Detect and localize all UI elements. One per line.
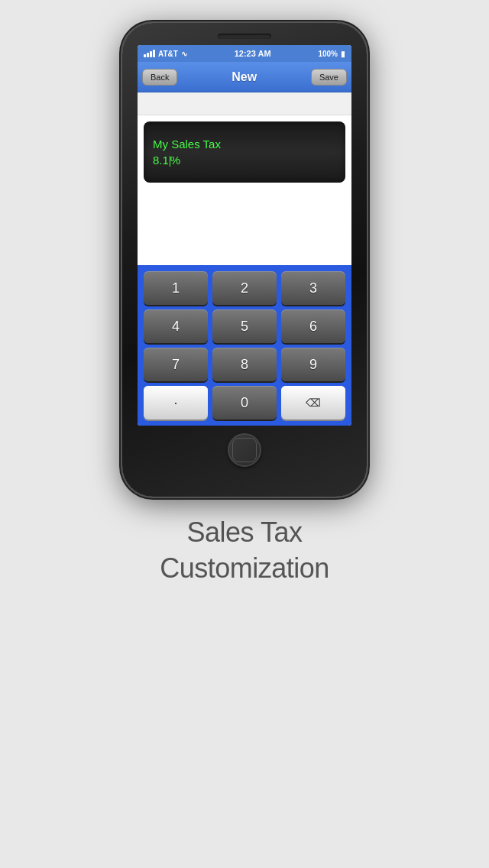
tax-name: My Sales Tax [153,138,336,151]
back-button[interactable]: Back [142,69,177,86]
key-3[interactable]: 3 [281,271,345,305]
white-gap [138,92,351,115]
save-button[interactable]: Save [311,69,347,86]
home-button[interactable] [228,433,261,467]
signal-bar-4 [153,50,155,57]
signal-bar-2 [147,53,149,57]
keypad-row-3: 7 8 9 [144,348,345,381]
key-1[interactable]: 1 [144,271,208,305]
status-right: 100% ▮ [318,50,345,58]
key-9[interactable]: 9 [281,348,345,381]
signal-bar-1 [144,54,146,57]
phone-screen: AT&T ∿ 12:23 AM 100% ▮ Back New Save My … [138,45,351,426]
keypad: 1 2 3 4 5 6 7 8 9 · 0 ⌫ [138,265,351,426]
phone-speaker [218,34,271,39]
battery-icon: ▮ [341,50,345,58]
white-area [138,189,351,265]
wifi-icon: ∿ [181,50,187,58]
tax-value: 8.1% [153,154,336,167]
keypad-row-4: · 0 ⌫ [144,386,345,419]
key-6[interactable]: 6 [281,309,345,343]
carrier-label: AT&T [158,50,178,58]
key-backspace[interactable]: ⌫ [281,386,345,419]
status-bar: AT&T ∿ 12:23 AM 100% ▮ [138,45,351,62]
phone-shell: AT&T ∿ 12:23 AM 100% ▮ Back New Save My … [122,23,367,497]
signal-bars [144,50,155,57]
status-left: AT&T ∿ [144,50,187,58]
key-0[interactable]: 0 [212,386,277,419]
battery-label: 100% [318,50,338,58]
keypad-row-1: 1 2 3 [144,271,345,305]
nav-title: New [232,70,257,84]
key-7[interactable]: 7 [144,348,208,381]
caption-line2: Customization [160,551,329,587]
key-dot[interactable]: · [144,386,208,419]
caption-line1: Sales Tax [160,515,329,551]
signal-bar-3 [150,51,152,57]
key-5[interactable]: 5 [212,309,277,343]
key-4[interactable]: 4 [144,309,208,343]
keypad-row-2: 4 5 6 [144,309,345,343]
display-panel: My Sales Tax 8.1% [144,121,345,183]
status-time: 12:23 AM [235,49,271,58]
key-8[interactable]: 8 [212,348,277,381]
key-2[interactable]: 2 [212,271,277,305]
nav-bar: Back New Save [138,62,351,92]
caption: Sales Tax Customization [160,515,329,587]
home-button-inner [232,438,257,462]
